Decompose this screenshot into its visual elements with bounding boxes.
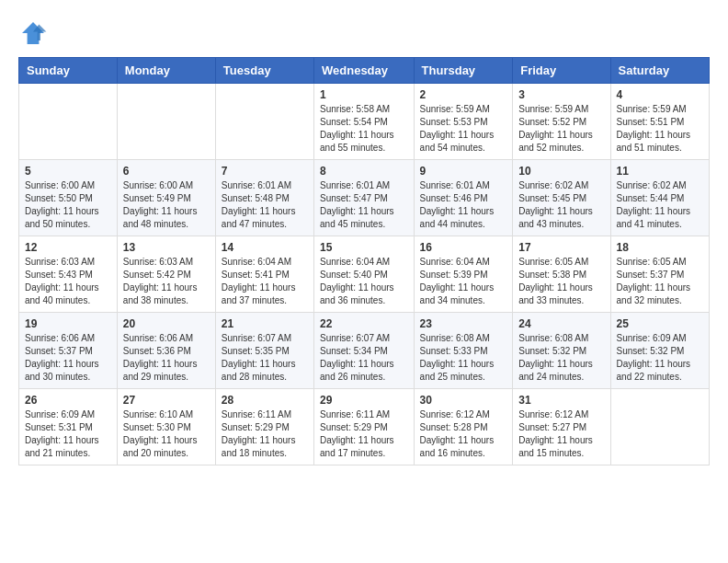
calendar-cell: 12 Sunrise: 6:03 AM Sunset: 5:43 PM Dayl… xyxy=(19,236,118,313)
day-info: Sunrise: 6:05 AM Sunset: 5:38 PM Dayligh… xyxy=(518,256,604,307)
day-info: Sunrise: 5:59 AM Sunset: 5:52 PM Dayligh… xyxy=(518,103,604,155)
calendar-cell: 21 Sunrise: 6:07 AM Sunset: 5:35 PM Dayl… xyxy=(215,313,313,389)
header-thursday: Thursday xyxy=(414,58,513,84)
day-info: Sunrise: 6:02 AM Sunset: 5:44 PM Dayligh… xyxy=(617,179,703,231)
calendar-cell: 2 Sunrise: 5:59 AM Sunset: 5:53 PM Dayli… xyxy=(414,84,513,160)
sunrise: Sunrise: 5:59 AM xyxy=(617,103,703,116)
calendar-cell: 7 Sunrise: 6:01 AM Sunset: 5:48 PM Dayli… xyxy=(215,160,313,236)
calendar-cell: 16 Sunrise: 6:04 AM Sunset: 5:39 PM Dayl… xyxy=(414,236,513,313)
day-number: 19 xyxy=(25,317,111,330)
day-number: 13 xyxy=(123,241,210,254)
sunrise: Sunrise: 6:08 AM xyxy=(420,332,507,345)
sunrise: Sunrise: 5:59 AM xyxy=(420,103,507,116)
logo-icon xyxy=(18,18,48,48)
day-number: 31 xyxy=(518,394,604,407)
day-number: 30 xyxy=(420,394,507,407)
sunset: Sunset: 5:54 PM xyxy=(320,116,408,129)
svg-marker-0 xyxy=(22,22,44,44)
sunset: Sunset: 5:46 PM xyxy=(420,192,507,205)
daylight: Daylight: 11 hours and 17 minutes. xyxy=(320,434,408,460)
day-number: 2 xyxy=(420,88,507,101)
day-number: 15 xyxy=(320,241,408,254)
day-number: 24 xyxy=(518,317,604,330)
daylight: Daylight: 11 hours and 24 minutes. xyxy=(518,358,604,384)
sunrise: Sunrise: 6:05 AM xyxy=(518,256,604,269)
sunset: Sunset: 5:31 PM xyxy=(25,421,111,434)
calendar-cell: 18 Sunrise: 6:05 AM Sunset: 5:37 PM Dayl… xyxy=(610,236,709,313)
calendar-cell: 13 Sunrise: 6:03 AM Sunset: 5:42 PM Dayl… xyxy=(117,236,215,313)
daylight: Daylight: 11 hours and 45 minutes. xyxy=(320,205,408,231)
sunrise: Sunrise: 6:09 AM xyxy=(617,332,703,345)
sunrise: Sunrise: 6:12 AM xyxy=(420,408,507,421)
day-info: Sunrise: 6:01 AM Sunset: 5:47 PM Dayligh… xyxy=(320,179,408,231)
daylight: Daylight: 11 hours and 37 minutes. xyxy=(222,282,308,307)
sunrise: Sunrise: 6:00 AM xyxy=(123,179,210,192)
day-info: Sunrise: 6:08 AM Sunset: 5:32 PM Dayligh… xyxy=(518,332,604,384)
sunset: Sunset: 5:33 PM xyxy=(420,345,507,358)
sunset: Sunset: 5:48 PM xyxy=(222,192,308,205)
sunset: Sunset: 5:44 PM xyxy=(617,192,703,205)
daylight: Daylight: 11 hours and 18 minutes. xyxy=(222,434,308,460)
daylight: Daylight: 11 hours and 36 minutes. xyxy=(320,282,408,307)
header-friday: Friday xyxy=(513,58,610,84)
calendar-cell: 8 Sunrise: 6:01 AM Sunset: 5:47 PM Dayli… xyxy=(314,160,415,236)
daylight: Daylight: 11 hours and 47 minutes. xyxy=(222,205,308,231)
day-number: 26 xyxy=(25,394,111,407)
calendar-cell: 4 Sunrise: 5:59 AM Sunset: 5:51 PM Dayli… xyxy=(610,84,709,160)
calendar-cell: 28 Sunrise: 6:11 AM Sunset: 5:29 PM Dayl… xyxy=(215,389,313,465)
sunrise: Sunrise: 6:12 AM xyxy=(518,408,604,421)
calendar-cell: 29 Sunrise: 6:11 AM Sunset: 5:29 PM Dayl… xyxy=(314,389,415,465)
calendar-cell: 24 Sunrise: 6:08 AM Sunset: 5:32 PM Dayl… xyxy=(513,313,610,389)
sunset: Sunset: 5:29 PM xyxy=(222,421,308,434)
calendar-week-1: 5 Sunrise: 6:00 AM Sunset: 5:50 PM Dayli… xyxy=(19,160,710,236)
day-number: 14 xyxy=(222,241,308,254)
calendar-cell: 31 Sunrise: 6:12 AM Sunset: 5:27 PM Dayl… xyxy=(513,389,610,465)
sunset: Sunset: 5:27 PM xyxy=(518,421,604,434)
sunset: Sunset: 5:32 PM xyxy=(617,345,703,358)
header-saturday: Saturday xyxy=(610,58,709,84)
calendar-cell: 26 Sunrise: 6:09 AM Sunset: 5:31 PM Dayl… xyxy=(19,389,118,465)
calendar-cell xyxy=(117,84,215,160)
sunrise: Sunrise: 6:09 AM xyxy=(25,408,111,421)
sunset: Sunset: 5:37 PM xyxy=(617,269,703,282)
sunrise: Sunrise: 6:07 AM xyxy=(320,332,408,345)
daylight: Daylight: 11 hours and 50 minutes. xyxy=(25,205,111,231)
calendar-cell: 1 Sunrise: 5:58 AM Sunset: 5:54 PM Dayli… xyxy=(314,84,415,160)
calendar-week-2: 12 Sunrise: 6:03 AM Sunset: 5:43 PM Dayl… xyxy=(19,236,710,313)
daylight: Daylight: 11 hours and 55 minutes. xyxy=(320,129,408,155)
day-number: 9 xyxy=(420,165,507,178)
logo xyxy=(18,18,48,48)
daylight: Daylight: 11 hours and 52 minutes. xyxy=(518,129,604,155)
header-monday: Monday xyxy=(117,58,215,84)
day-info: Sunrise: 6:06 AM Sunset: 5:36 PM Dayligh… xyxy=(123,332,210,384)
calendar-cell: 15 Sunrise: 6:04 AM Sunset: 5:40 PM Dayl… xyxy=(314,236,415,313)
sunset: Sunset: 5:28 PM xyxy=(420,421,507,434)
day-info: Sunrise: 6:05 AM Sunset: 5:37 PM Dayligh… xyxy=(617,256,703,307)
calendar-week-0: 1 Sunrise: 5:58 AM Sunset: 5:54 PM Dayli… xyxy=(19,84,710,160)
day-info: Sunrise: 6:11 AM Sunset: 5:29 PM Dayligh… xyxy=(320,408,408,460)
day-number: 3 xyxy=(518,88,604,101)
sunset: Sunset: 5:47 PM xyxy=(320,192,408,205)
daylight: Daylight: 11 hours and 26 minutes. xyxy=(320,358,408,384)
day-number: 7 xyxy=(222,165,308,178)
sunset: Sunset: 5:49 PM xyxy=(123,192,210,205)
day-info: Sunrise: 6:04 AM Sunset: 5:41 PM Dayligh… xyxy=(222,256,308,307)
day-number: 20 xyxy=(123,317,210,330)
sunset: Sunset: 5:39 PM xyxy=(420,269,507,282)
sunrise: Sunrise: 6:04 AM xyxy=(420,256,507,269)
day-info: Sunrise: 6:12 AM Sunset: 5:28 PM Dayligh… xyxy=(420,408,507,460)
daylight: Daylight: 11 hours and 51 minutes. xyxy=(617,129,703,155)
calendar-cell: 9 Sunrise: 6:01 AM Sunset: 5:46 PM Dayli… xyxy=(414,160,513,236)
daylight: Daylight: 11 hours and 21 minutes. xyxy=(25,434,111,460)
sunrise: Sunrise: 6:08 AM xyxy=(518,332,604,345)
calendar-cell: 11 Sunrise: 6:02 AM Sunset: 5:44 PM Dayl… xyxy=(610,160,709,236)
sunrise: Sunrise: 6:10 AM xyxy=(123,408,210,421)
calendar-cell: 23 Sunrise: 6:08 AM Sunset: 5:33 PM Dayl… xyxy=(414,313,513,389)
header-sunday: Sunday xyxy=(19,58,118,84)
calendar-cell: 19 Sunrise: 6:06 AM Sunset: 5:37 PM Dayl… xyxy=(19,313,118,389)
sunset: Sunset: 5:38 PM xyxy=(518,269,604,282)
sunset: Sunset: 5:30 PM xyxy=(123,421,210,434)
calendar-cell: 22 Sunrise: 6:07 AM Sunset: 5:34 PM Dayl… xyxy=(314,313,415,389)
calendar-cell xyxy=(19,84,118,160)
day-info: Sunrise: 6:01 AM Sunset: 5:46 PM Dayligh… xyxy=(420,179,507,231)
